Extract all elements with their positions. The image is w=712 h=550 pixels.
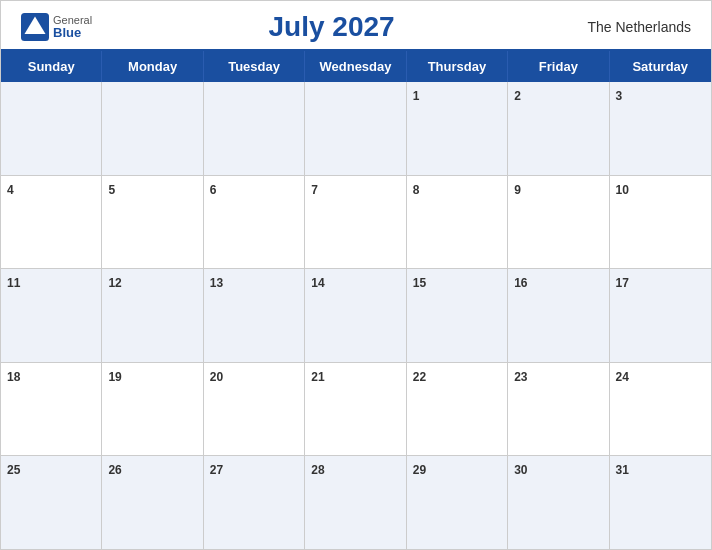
day-cell-27: 27 [204, 456, 305, 549]
week-row-2: 4 5 6 7 8 9 10 [1, 176, 711, 270]
day-cell-18: 18 [1, 363, 102, 456]
day-cell-30: 30 [508, 456, 609, 549]
day-cell-22: 22 [407, 363, 508, 456]
day-headers: Sunday Monday Tuesday Wednesday Thursday… [1, 51, 711, 82]
day-cell-11: 11 [1, 269, 102, 362]
day-header-saturday: Saturday [610, 51, 711, 82]
day-cell-empty [1, 82, 102, 175]
day-cell-6: 6 [204, 176, 305, 269]
day-cell-3: 3 [610, 82, 711, 175]
day-cell-8: 8 [407, 176, 508, 269]
day-cell-21: 21 [305, 363, 406, 456]
day-cell-29: 29 [407, 456, 508, 549]
week-row-4: 18 19 20 21 22 23 24 [1, 363, 711, 457]
day-cell-24: 24 [610, 363, 711, 456]
day-cell-14: 14 [305, 269, 406, 362]
week-row-1: 1 2 3 [1, 82, 711, 176]
day-cell-19: 19 [102, 363, 203, 456]
day-cell-26: 26 [102, 456, 203, 549]
day-cell-12: 12 [102, 269, 203, 362]
day-cell-25: 25 [1, 456, 102, 549]
week-row-5: 25 26 27 28 29 30 31 [1, 456, 711, 549]
calendar-container: General Blue July 2027 The Netherlands S… [0, 0, 712, 550]
day-cell-4: 4 [1, 176, 102, 269]
day-cell-9: 9 [508, 176, 609, 269]
logo-area: General Blue [21, 13, 92, 41]
weeks-container: 1 2 3 4 5 6 7 8 9 10 11 12 13 14 15 16 [1, 82, 711, 549]
week-row-3: 11 12 13 14 15 16 17 [1, 269, 711, 363]
calendar-grid: Sunday Monday Tuesday Wednesday Thursday… [1, 49, 711, 549]
day-cell-17: 17 [610, 269, 711, 362]
country-name: The Netherlands [571, 19, 691, 35]
day-cell-5: 5 [102, 176, 203, 269]
day-cell-2: 2 [508, 82, 609, 175]
day-header-thursday: Thursday [407, 51, 508, 82]
logo-text: General Blue [53, 14, 92, 40]
day-header-sunday: Sunday [1, 51, 102, 82]
day-header-monday: Monday [102, 51, 203, 82]
calendar-header: General Blue July 2027 The Netherlands [1, 1, 711, 49]
day-cell-1: 1 [407, 82, 508, 175]
day-cell-31: 31 [610, 456, 711, 549]
day-cell-empty [204, 82, 305, 175]
day-header-wednesday: Wednesday [305, 51, 406, 82]
day-cell-15: 15 [407, 269, 508, 362]
generalblue-logo-icon [21, 13, 49, 41]
logo-blue-label: Blue [53, 26, 92, 40]
day-cell-7: 7 [305, 176, 406, 269]
day-cell-23: 23 [508, 363, 609, 456]
day-header-friday: Friday [508, 51, 609, 82]
day-cell-10: 10 [610, 176, 711, 269]
month-title: July 2027 [269, 11, 395, 43]
day-cell-empty [102, 82, 203, 175]
day-cell-28: 28 [305, 456, 406, 549]
day-header-tuesday: Tuesday [204, 51, 305, 82]
day-cell-empty [305, 82, 406, 175]
day-cell-13: 13 [204, 269, 305, 362]
day-cell-20: 20 [204, 363, 305, 456]
day-cell-16: 16 [508, 269, 609, 362]
